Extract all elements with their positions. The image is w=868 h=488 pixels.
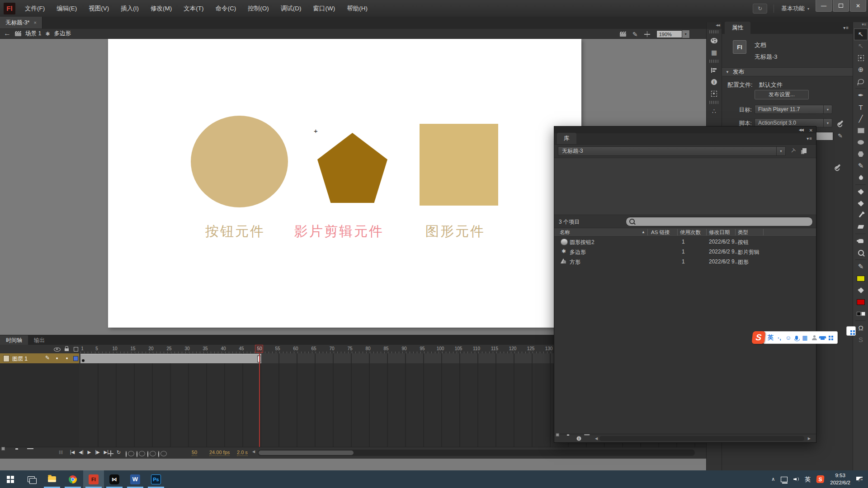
motion-presets-panel-icon[interactable]: ∴: [707, 105, 722, 117]
dock-grip[interactable]: [709, 30, 719, 33]
stroke-color-swatch[interactable]: [853, 272, 868, 284]
rectangle-tool[interactable]: [853, 125, 868, 136]
tab-properties[interactable]: 属性: [725, 22, 750, 34]
eyedropper-tool[interactable]: [853, 209, 868, 221]
playhead-line[interactable]: [259, 353, 260, 447]
new-library-panel-icon[interactable]: [802, 148, 807, 153]
elapsed-time-value[interactable]: 2.0 s: [237, 450, 248, 456]
target-dropdown[interactable]: Flash Player 11.7 ▼: [755, 105, 832, 114]
menu-item[interactable]: 修改(M): [145, 0, 178, 17]
sogou-mini-badge[interactable]: [846, 326, 856, 336]
pen-tool[interactable]: ✒: [853, 89, 868, 101]
lock-icon[interactable]: [65, 348, 69, 351]
library-horizontal-scrollbar[interactable]: [599, 436, 804, 441]
scroll-left-icon[interactable]: ◀: [252, 450, 255, 454]
edit-symbol-icon[interactable]: ✎: [632, 31, 638, 38]
column-separator[interactable]: [647, 229, 648, 235]
scroll-left-icon[interactable]: ◀: [595, 436, 598, 441]
menu-item[interactable]: 文件(F): [19, 0, 51, 17]
lower-wrench-icon[interactable]: [835, 164, 840, 169]
sogou-emoji-icon[interactable]: ☺: [785, 334, 791, 341]
button-symbol-circle[interactable]: [191, 116, 288, 207]
task-view-button[interactable]: [21, 470, 42, 488]
file-explorer-icon[interactable]: [42, 470, 62, 488]
start-button[interactable]: [0, 470, 21, 488]
chrome-icon[interactable]: [62, 470, 83, 488]
transform-panel-icon[interactable]: [707, 88, 722, 99]
column-separator[interactable]: [677, 229, 678, 235]
dock-grip[interactable]: [709, 60, 719, 63]
pin-library-icon[interactable]: ⊤: [790, 147, 797, 155]
center-frame-icon[interactable]: [644, 31, 650, 37]
column-separator[interactable]: [706, 229, 707, 235]
sogou-language-mode[interactable]: 英: [768, 333, 774, 342]
editing-symbol-label[interactable]: 多边形: [54, 30, 71, 38]
menu-item[interactable]: 控制(O): [242, 0, 275, 17]
free-transform-tool[interactable]: [853, 52, 868, 64]
close-button[interactable]: ✕: [850, 0, 866, 12]
edit-multiple-frames-button[interactable]: [147, 451, 148, 457]
back-arrow-icon[interactable]: ←: [4, 30, 11, 37]
sogou-punctuation-icon[interactable]: ·,: [778, 334, 781, 341]
step-back-button[interactable]: ◀|: [79, 450, 83, 455]
sogou-keyboard-icon[interactable]: ▦: [802, 334, 807, 341]
document-name-value[interactable]: 无标题-3: [755, 53, 778, 61]
library-preview-area[interactable]: [554, 158, 816, 215]
graphic-symbol-square[interactable]: [420, 124, 498, 206]
lasso-tool[interactable]: [853, 75, 868, 87]
library-search-field[interactable]: [626, 217, 813, 226]
layer-unlocked-dot[interactable]: [66, 357, 68, 359]
layer-visible-dot[interactable]: [56, 357, 58, 359]
menu-item[interactable]: 插入(I): [115, 0, 145, 17]
loop-playback-button[interactable]: ↻: [117, 450, 121, 455]
zoom-value-field[interactable]: 190%: [656, 30, 682, 38]
line-tool[interactable]: ╱: [853, 113, 868, 125]
flash-icon[interactable]: Fl: [83, 470, 104, 488]
frame-span-1-50[interactable]: [80, 354, 261, 363]
library-column-4[interactable]: 修改日期: [709, 229, 730, 236]
subselection-tool[interactable]: ↖: [853, 40, 868, 52]
layer-row[interactable]: 图层 1 ✎: [0, 353, 79, 363]
panel-menu-icon[interactable]: ▾≡: [843, 25, 849, 30]
menu-item[interactable]: 窗口(W): [307, 0, 341, 17]
sogou-logo-icon[interactable]: S: [752, 331, 766, 344]
fill-color-swatch[interactable]: [853, 296, 868, 308]
menu-item[interactable]: 调试(D): [275, 0, 307, 17]
sort-ascending-icon[interactable]: ▲: [642, 230, 645, 234]
library-document-dropdown[interactable]: 无标题-3 ▼: [558, 146, 786, 156]
publish-section-header[interactable]: ▼ 发布: [722, 67, 853, 76]
paint-bucket-tool[interactable]: [853, 197, 868, 209]
oval-tool[interactable]: [853, 136, 868, 148]
minimize-button[interactable]: —: [816, 0, 832, 12]
resize-grip[interactable]: ‖‖: [59, 450, 63, 455]
network-icon[interactable]: [781, 477, 788, 482]
timeline-horizontal-scrollbar[interactable]: [258, 450, 695, 456]
selection-tool[interactable]: ↖: [854, 28, 868, 40]
tab-library[interactable]: 库: [557, 133, 576, 144]
frame-rate-value[interactable]: 24.00 fps: [209, 450, 230, 456]
dock-grip[interactable]: [709, 101, 719, 104]
panel-menu-icon[interactable]: ▾≡: [853, 22, 868, 28]
stroke-color-pencil[interactable]: ✎: [853, 261, 868, 272]
playhead-ruler-box[interactable]: [255, 345, 263, 353]
zoom-dropdown-icon[interactable]: ▼: [682, 30, 690, 38]
scrollbar-thumb[interactable]: [259, 450, 354, 455]
keyframe-dot[interactable]: [82, 359, 85, 362]
sogou-voice-icon[interactable]: [795, 336, 798, 340]
scene-label[interactable]: 场景 1: [25, 30, 41, 38]
color-panel-icon[interactable]: [707, 35, 722, 47]
document-tab[interactable]: 无标题-3* ×: [0, 17, 42, 28]
center-frame-button[interactable]: [108, 450, 113, 456]
show-hide-icon[interactable]: [54, 347, 61, 352]
script-settings-wrench-icon[interactable]: [838, 120, 843, 126]
eraser-tool[interactable]: [853, 221, 868, 233]
brush-tool[interactable]: [853, 172, 868, 183]
column-separator[interactable]: [763, 229, 764, 235]
outline-icon[interactable]: [74, 347, 78, 352]
notification-center-icon[interactable]: 2: [856, 477, 863, 482]
menu-item[interactable]: 编辑(E): [51, 0, 83, 17]
item-properties-button[interactable]: i: [576, 436, 581, 441]
sogou-account-icon[interactable]: [812, 335, 816, 340]
polystar-tool[interactable]: [853, 148, 868, 160]
sync-settings-icon[interactable]: ↻: [753, 4, 767, 14]
